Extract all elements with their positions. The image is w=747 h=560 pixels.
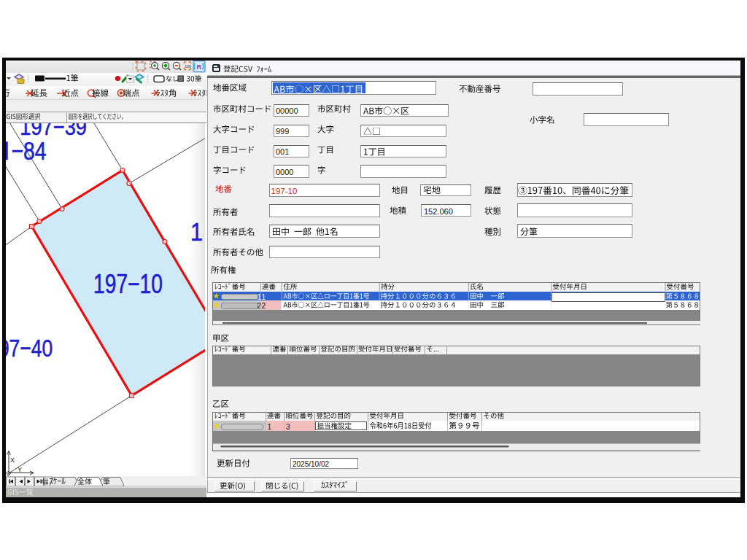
svg-text:R: R bbox=[197, 63, 202, 71]
svg-text:1: 1 bbox=[190, 217, 203, 246]
svg-text:197−40: 197−40 bbox=[6, 334, 53, 361]
svg-text:197−10: 197−10 bbox=[93, 268, 163, 298]
svg-text:X: X bbox=[10, 456, 15, 463]
svg-text:100: 100 bbox=[185, 64, 191, 69]
svg-text:−84: −84 bbox=[12, 136, 47, 166]
svg-text:Y: Y bbox=[18, 465, 22, 472]
